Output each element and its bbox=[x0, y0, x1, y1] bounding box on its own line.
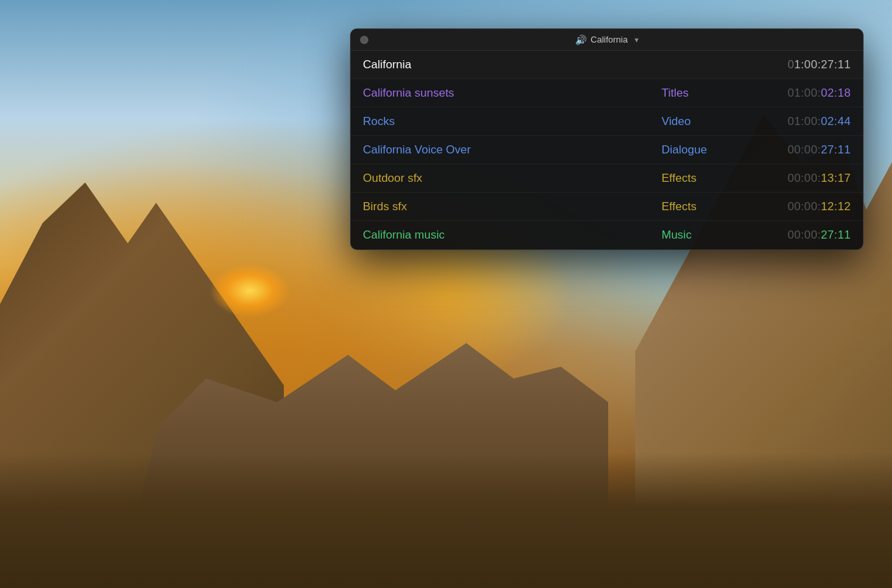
track-name: Outdoor sfx bbox=[363, 172, 662, 185]
track-time: 00:00:27:11 bbox=[749, 143, 851, 157]
project-name: California bbox=[363, 58, 662, 72]
table-row[interactable]: California sunsets Titles 01:00:02:18 bbox=[351, 79, 863, 107]
track-time: 01:00:02:18 bbox=[749, 87, 851, 100]
project-total-time: 01:00:27:11 bbox=[749, 58, 851, 72]
track-time: 00:00:27:11 bbox=[749, 228, 851, 242]
titlebar-center: 🔊 California ▾ bbox=[575, 34, 639, 45]
table-header-row: California 01:00:27:11 bbox=[351, 51, 863, 79]
panel-titlebar: 🔊 California ▾ bbox=[351, 29, 863, 51]
traffic-light-close[interactable] bbox=[360, 36, 368, 44]
table-row[interactable]: Outdoor sfx Effects 00:00:13:17 bbox=[351, 164, 863, 193]
tracks-table: California 01:00:27:11 California sunset… bbox=[351, 51, 863, 249]
track-time: 01:00:02:44 bbox=[749, 115, 851, 128]
track-name: California Voice Over bbox=[363, 143, 662, 157]
track-name: Rocks bbox=[363, 115, 662, 128]
track-type: Music bbox=[662, 228, 749, 242]
table-row[interactable]: Rocks Video 01:00:02:44 bbox=[351, 107, 863, 136]
table-row[interactable]: California Voice Over Dialogue 00:00:27:… bbox=[351, 136, 863, 164]
foreground bbox=[0, 453, 892, 588]
track-type: Effects bbox=[662, 200, 749, 214]
chevron-down-icon[interactable]: ▾ bbox=[635, 35, 639, 45]
track-type: Video bbox=[662, 115, 749, 128]
table-row[interactable]: Birds sfx Effects 00:00:12:12 bbox=[351, 193, 863, 221]
track-type: Dialogue bbox=[662, 143, 749, 157]
track-time: 00:00:12:12 bbox=[749, 200, 851, 214]
track-name: Birds sfx bbox=[363, 200, 662, 214]
track-type: Effects bbox=[662, 172, 749, 185]
sun-glow bbox=[209, 264, 291, 318]
titlebar-title: California bbox=[591, 34, 628, 45]
tracks-list: California sunsets Titles 01:00:02:18 Ro… bbox=[351, 79, 863, 249]
table-row[interactable]: California music Music 00:00:27:11 bbox=[351, 221, 863, 249]
track-name: California sunsets bbox=[363, 87, 662, 100]
traffic-lights bbox=[360, 36, 368, 44]
track-time: 00:00:13:17 bbox=[749, 172, 851, 185]
panel: 🔊 California ▾ California 01:00:27:11 Ca… bbox=[350, 28, 864, 250]
track-type: Titles bbox=[662, 87, 749, 100]
track-name: California music bbox=[363, 228, 662, 242]
audio-icon: 🔊 bbox=[575, 34, 587, 45]
